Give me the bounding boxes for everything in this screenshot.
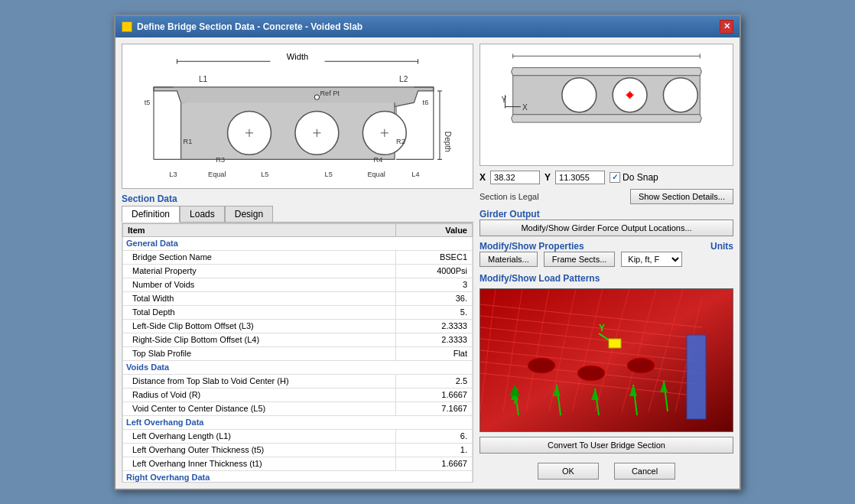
section-preview: Y X — [480, 44, 733, 166]
svg-text:Equal: Equal — [208, 170, 226, 177]
table-cell-value: 2.3333 — [396, 333, 473, 346]
table-row: Total Width36. — [123, 291, 473, 305]
svg-point-71 — [577, 366, 605, 381]
window-title: Define Bridge Section Data - Concrete - … — [137, 21, 362, 32]
ok-cancel-row: OK Cancel — [480, 458, 733, 483]
table-row: Total Depth5. — [123, 305, 473, 319]
table-row: Right-Side Clip Bottom Offset (L4)2.3333 — [123, 333, 473, 346]
table-row: Distance from Top Slab to Void Center (H… — [123, 374, 473, 388]
svg-text:t5: t5 — [145, 99, 151, 106]
table-cell-item: Left Overhang Outer Thickness (t5) — [123, 443, 396, 457]
svg-text:R3: R3 — [216, 156, 225, 164]
table-cell-item: Total Depth — [123, 305, 396, 319]
modify-girder-button[interactable]: Modify/Show Girder Force Output Location… — [480, 219, 733, 236]
svg-rect-88 — [609, 339, 621, 348]
table-cell-item: Void Center to Center Distance (L5) — [123, 402, 396, 415]
modify-row: Materials... Frame Sects... Kip, ft, F K… — [480, 252, 733, 267]
svg-text:L4: L4 — [411, 170, 419, 177]
col-item-header: Item — [123, 223, 396, 236]
properties-units-section: Modify/Show Properties Units Materials..… — [480, 241, 733, 267]
table-cell-value: 1.6667 — [396, 388, 473, 402]
table-group-header-0: General Data — [123, 236, 473, 250]
table-cell-item: Left Overhang Inner Thickness (t1) — [123, 457, 396, 470]
tab-design[interactable]: Design — [225, 206, 273, 222]
units-label: Units — [710, 241, 733, 252]
title-bar: Define Bridge Section Data - Concrete - … — [115, 16, 740, 37]
table-cell-item: Bridge Section Name — [123, 250, 396, 264]
svg-text:L1: L1 — [199, 74, 208, 83]
table-row: Material Property4000Psi — [123, 264, 473, 278]
table-group-header-2: Left Overhang Data — [123, 415, 473, 429]
tab-loads[interactable]: Loads — [180, 206, 225, 222]
svg-point-42 — [663, 77, 697, 112]
svg-text:L5: L5 — [325, 170, 333, 177]
table-cell-item: Left-Side Clip Bottom Offset (L3) — [123, 319, 396, 333]
modify-properties-label: Modify/Show Properties — [480, 241, 584, 252]
left-panel: Width — [122, 44, 473, 483]
table-cell-value: 3 — [396, 278, 473, 291]
section-data-label: Section Data — [122, 193, 473, 204]
section-data-table: Item Value General DataBridge Section Na… — [122, 223, 473, 483]
svg-text:Ref Pt: Ref Pt — [320, 89, 340, 97]
do-snap-checkbox[interactable]: Do Snap — [610, 172, 658, 183]
table-cell-item: Total Width — [123, 291, 396, 305]
table-row: Radius of Void (R)1.6667 — [123, 388, 473, 402]
svg-point-45 — [628, 93, 632, 97]
table-row: Void Center to Center Distance (L5)7.166… — [123, 402, 473, 415]
table-cell-value: 6. — [396, 429, 473, 443]
status-row: Section is Legal Show Section Details... — [480, 189, 733, 204]
convert-button[interactable]: Convert To User Bridge Section — [480, 437, 733, 454]
x-input[interactable] — [490, 171, 540, 184]
table-cell-value: 7.1667 — [396, 402, 473, 415]
table-row: Bridge Section NameBSEC1 — [123, 250, 473, 264]
table-cell-value: 2.3333 — [396, 319, 473, 333]
table-cell-value: 2.5 — [396, 374, 473, 388]
y-input[interactable] — [555, 171, 605, 184]
materials-button[interactable]: Materials... — [480, 252, 538, 267]
col-value-header: Value — [396, 223, 473, 236]
3d-render: Y — [480, 288, 733, 432]
close-button[interactable]: ✕ — [720, 20, 733, 34]
ok-button[interactable]: OK — [538, 463, 599, 480]
table-cell-value: 1.6667 — [396, 457, 473, 470]
svg-text:R2: R2 — [396, 138, 405, 145]
svg-point-72 — [627, 358, 655, 373]
right-panel: Y X X Y Do Snap Section is Legal — [480, 44, 733, 483]
table-cell-item: Top Slab Profile — [123, 346, 396, 360]
svg-text:Width: Width — [287, 52, 309, 61]
svg-text:L3: L3 — [169, 170, 177, 177]
svg-text:R1: R1 — [184, 138, 193, 145]
table-group-header-3: Right Overhang Data — [123, 470, 473, 483]
tab-definition[interactable]: Definition — [122, 206, 180, 223]
svg-text:t6: t6 — [423, 99, 429, 106]
girder-output-label: Girder Output — [480, 209, 733, 219]
cancel-button[interactable]: Cancel — [614, 463, 675, 480]
units-select[interactable]: Kip, ft, F Kip, in, F KN, m, C — [621, 252, 682, 267]
x-label: X — [480, 172, 486, 183]
app-icon — [122, 21, 132, 32]
section-data-area: Section Data Definition Loads Design Ite… — [122, 193, 473, 483]
table-container[interactable]: Item Value General DataBridge Section Na… — [122, 223, 473, 483]
girder-output-section: Girder Output Modify/Show Girder Force O… — [480, 209, 733, 236]
section-diagram: Width — [122, 44, 473, 189]
table-cell-value: BSEC1 — [396, 250, 473, 264]
do-snap-label: Do Snap — [623, 172, 658, 183]
table-cell-value: 36. — [396, 291, 473, 305]
table-cell-item: Number of Voids — [123, 278, 396, 291]
frame-sects-button[interactable]: Frame Sects... — [544, 252, 616, 267]
content-area: Width — [115, 37, 740, 489]
snap-checkbox[interactable] — [610, 172, 620, 183]
section-legal-label: Section is Legal — [480, 192, 539, 201]
coord-row: X Y Do Snap — [480, 171, 733, 184]
show-section-details-button[interactable]: Show Section Details... — [630, 189, 733, 204]
svg-point-70 — [528, 358, 555, 373]
svg-text:L2: L2 — [399, 74, 408, 83]
table-group-header-1: Voids Data — [123, 360, 473, 374]
table-cell-value: Flat — [396, 346, 473, 360]
svg-text:Y: Y — [599, 323, 605, 333]
table-cell-value: 5. — [396, 305, 473, 319]
svg-text:L5: L5 — [261, 170, 268, 177]
table-cell-item: Distance from Top Slab to Void Center (H… — [123, 374, 396, 388]
svg-text:R4: R4 — [374, 156, 383, 164]
table-row: Top Slab ProfileFlat — [123, 346, 473, 360]
